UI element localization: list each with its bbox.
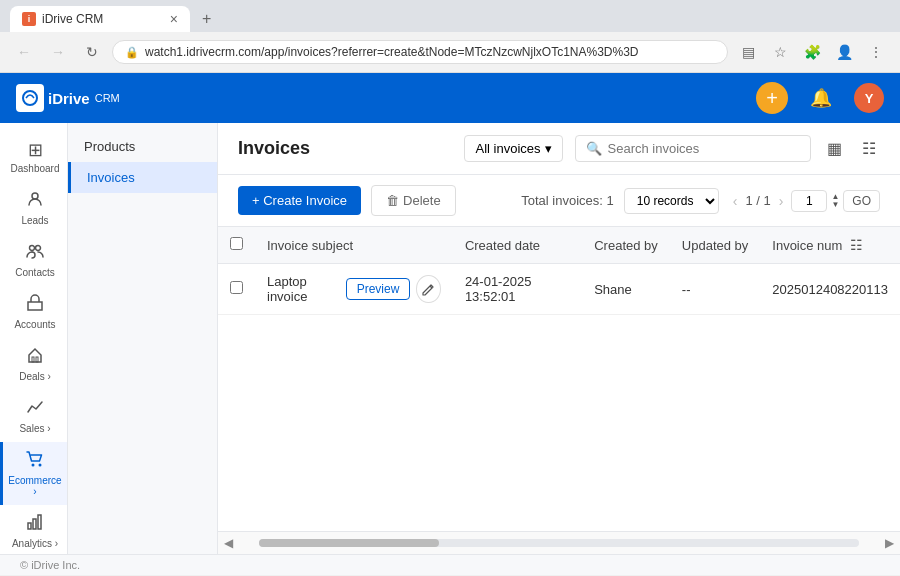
ecommerce-icon bbox=[26, 450, 44, 473]
extensions-icon[interactable]: 🧩 bbox=[798, 38, 826, 66]
main-content: Invoices All invoices ▾ 🔍 ▦ ☷ + Create I… bbox=[218, 123, 900, 554]
back-button[interactable]: ← bbox=[10, 38, 38, 66]
sidebar-item-deals[interactable]: Deals › bbox=[0, 338, 67, 390]
sidebar-item-accounts[interactable]: Accounts bbox=[0, 286, 67, 338]
sidebar-item-ecommerce[interactable]: Ecommerce › bbox=[0, 442, 67, 505]
tab-title: iDrive CRM bbox=[42, 12, 164, 26]
bookmark-icon[interactable]: ☆ bbox=[766, 38, 794, 66]
analytics-icon bbox=[26, 513, 44, 536]
app-footer: © iDrive Inc. bbox=[0, 554, 900, 575]
filter-label: All invoices bbox=[475, 141, 540, 156]
page-info: 1 / 1 bbox=[745, 193, 770, 208]
row-invoice-num-cell: 2025012408220113 bbox=[760, 264, 900, 315]
scrollbar-thumb bbox=[259, 539, 439, 547]
products-nav-header[interactable]: Products bbox=[68, 131, 217, 162]
page-title: Invoices bbox=[238, 138, 452, 159]
sidebar-label-ecommerce: Ecommerce › bbox=[7, 475, 63, 497]
filter-icon[interactable]: ▦ bbox=[823, 135, 846, 162]
avatar[interactable]: Y bbox=[854, 83, 884, 113]
page-spinner[interactable]: ▲ ▼ bbox=[831, 193, 839, 209]
sidebar-item-sales[interactable]: Sales › bbox=[0, 390, 67, 442]
col-created-by: Created by bbox=[582, 227, 670, 264]
svg-rect-10 bbox=[33, 519, 36, 529]
pagination: ‹ 1 / 1 › ▲ ▼ GO bbox=[729, 189, 880, 213]
prev-page-button[interactable]: ‹ bbox=[729, 189, 742, 213]
scroll-left-arrow[interactable]: ◀ bbox=[218, 536, 239, 550]
edit-icon-button[interactable] bbox=[416, 275, 441, 303]
tab-close-button[interactable]: × bbox=[170, 12, 178, 26]
select-all-checkbox[interactable] bbox=[230, 237, 243, 250]
app-header: iDrive CRM + 🔔 Y bbox=[0, 73, 900, 123]
page-jump-input[interactable] bbox=[791, 190, 827, 212]
svg-point-2 bbox=[30, 246, 35, 251]
sidebar-label-sales: Sales › bbox=[19, 423, 50, 434]
cast-icon[interactable]: ▤ bbox=[734, 38, 762, 66]
table-container: Invoice subject Created date Created by … bbox=[218, 227, 900, 531]
col-invoice-num: Invoice num ☷ bbox=[760, 227, 900, 264]
lock-icon: 🔒 bbox=[125, 46, 139, 59]
delete-icon: 🗑 bbox=[386, 193, 399, 208]
go-button[interactable]: GO bbox=[843, 190, 880, 212]
col-subject: Invoice subject bbox=[255, 227, 453, 264]
search-input[interactable] bbox=[608, 141, 800, 156]
edit-icon bbox=[422, 283, 435, 296]
svg-point-3 bbox=[36, 246, 41, 251]
forward-button[interactable]: → bbox=[44, 38, 72, 66]
page-down-button[interactable]: ▼ bbox=[831, 201, 839, 209]
svg-point-0 bbox=[23, 91, 37, 105]
toolbar: + Create Invoice 🗑 Delete Total invoices… bbox=[218, 175, 900, 227]
col-created-date: Created date bbox=[453, 227, 582, 264]
logo-icon bbox=[16, 84, 44, 112]
sidebar-label-dashboard: Dashboard bbox=[11, 163, 60, 174]
column-settings-button[interactable]: ☷ bbox=[846, 237, 867, 253]
delete-button[interactable]: 🗑 Delete bbox=[371, 185, 456, 216]
select-all-column bbox=[218, 227, 255, 264]
content-nav: Products Invoices bbox=[68, 123, 218, 554]
sidebar-item-analytics[interactable]: Analytics › bbox=[0, 505, 67, 554]
invoice-subject-text: Laptop invoice bbox=[267, 274, 340, 304]
next-page-button[interactable]: › bbox=[775, 189, 788, 213]
sidebar-label-analytics: Analytics › bbox=[12, 538, 58, 549]
preview-button[interactable]: Preview bbox=[346, 278, 411, 300]
filter-chevron-icon: ▾ bbox=[545, 141, 552, 156]
sidebar: ⊞ Dashboard Leads Contacts Accounts bbox=[0, 123, 68, 554]
sidebar-item-dashboard[interactable]: ⊞ Dashboard bbox=[0, 131, 67, 182]
records-per-page-select[interactable]: 10 records 25 records 50 records bbox=[624, 188, 719, 214]
row-checkbox[interactable] bbox=[230, 281, 243, 294]
row-updated-by-cell: -- bbox=[670, 264, 761, 315]
menu-icon[interactable]: ⋮ bbox=[862, 38, 890, 66]
filter-dropdown[interactable]: All invoices ▾ bbox=[464, 135, 562, 162]
table-row: Laptop invoice Preview bbox=[218, 264, 900, 315]
sidebar-item-leads[interactable]: Leads bbox=[0, 182, 67, 234]
refresh-button[interactable]: ↻ bbox=[78, 38, 106, 66]
add-button[interactable]: + bbox=[756, 82, 788, 114]
col-updated-by: Updated by bbox=[670, 227, 761, 264]
crm-text: CRM bbox=[95, 92, 120, 104]
notification-bell-icon[interactable]: 🔔 bbox=[804, 81, 838, 115]
search-box: 🔍 bbox=[575, 135, 811, 162]
deals-icon bbox=[26, 346, 44, 369]
app-logo: iDrive CRM bbox=[16, 84, 120, 112]
main-header: Invoices All invoices ▾ 🔍 ▦ ☷ bbox=[218, 123, 900, 175]
row-actions: Laptop invoice Preview bbox=[267, 274, 441, 304]
nav-item-invoices[interactable]: Invoices bbox=[68, 162, 217, 193]
svg-rect-9 bbox=[28, 523, 31, 529]
create-invoice-button[interactable]: + Create Invoice bbox=[238, 186, 361, 215]
address-bar[interactable]: 🔒 watch1.idrivecrm.com/app/invoices?refe… bbox=[112, 40, 728, 64]
new-tab-button[interactable]: + bbox=[198, 10, 215, 28]
browser-tab[interactable]: i iDrive CRM × bbox=[10, 6, 190, 32]
row-created-by-cell: Shane bbox=[582, 264, 670, 315]
search-icon: 🔍 bbox=[586, 141, 602, 156]
invoices-table: Invoice subject Created date Created by … bbox=[218, 227, 900, 315]
sidebar-item-contacts[interactable]: Contacts bbox=[0, 234, 67, 286]
url-text: watch1.idrivecrm.com/app/invoices?referr… bbox=[145, 45, 715, 59]
sidebar-label-accounts: Accounts bbox=[14, 319, 55, 330]
scroll-right-arrow[interactable]: ▶ bbox=[879, 536, 900, 550]
dashboard-icon: ⊞ bbox=[28, 139, 43, 161]
total-invoices-label: Total invoices: 1 bbox=[521, 193, 614, 208]
profile-icon[interactable]: 👤 bbox=[830, 38, 858, 66]
leads-icon bbox=[26, 190, 44, 213]
scrollbar-track[interactable] bbox=[259, 539, 859, 547]
sidebar-label-deals: Deals › bbox=[19, 371, 51, 382]
calendar-icon[interactable]: ☷ bbox=[858, 135, 880, 162]
